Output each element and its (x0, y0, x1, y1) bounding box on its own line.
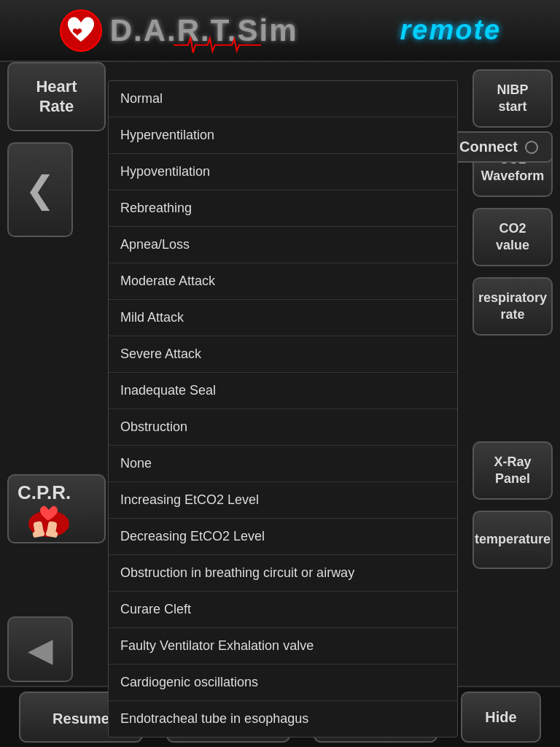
respiratory-rate-button[interactable]: respiratory rate (472, 277, 553, 336)
cpr-button[interactable]: C.P.R. (7, 474, 106, 543)
dropdown-menu: NormalHyperventilationHypoventilationReb… (108, 80, 458, 738)
heart-rate-label: Heart Rate (36, 77, 77, 116)
hide-label: Hide (485, 709, 516, 726)
temperature-label: temperature (475, 531, 551, 548)
co2-value-label: CO2 value (496, 220, 529, 255)
cpr-icon (12, 491, 85, 542)
dropdown-item[interactable]: Hyperventilation (109, 117, 457, 154)
back-button[interactable]: ◀ (7, 616, 73, 682)
dropdown-item[interactable]: Endotracheal tube in esophagus (109, 701, 457, 737)
respiratory-rate-label: respiratory rate (478, 290, 547, 324)
dropdown-item[interactable]: Faulty Ventilator Exhalation valve (109, 628, 457, 665)
xray-label: X-Ray Panel (494, 454, 531, 488)
left-panel: Heart Rate ❮ C.P.R. ◀ (0, 62, 113, 697)
nibp-label: NIBP start (497, 82, 528, 116)
app-header: ❤ D.A.R.T.Sim remote (0, 0, 560, 62)
chevron-left-icon: ❮ (25, 171, 55, 208)
resume-label: Resume (52, 711, 109, 727)
logo-remote-text: remote (400, 15, 501, 46)
hide-button[interactable]: Hide (461, 692, 541, 743)
connect-area: Connect (445, 131, 553, 163)
svg-text:❤: ❤ (72, 26, 82, 39)
heart-logo-icon: ❤ (59, 9, 103, 53)
dropdown-item[interactable]: Normal (109, 81, 457, 117)
main-area: Connect Heart Rate ❮ C.P.R. (0, 62, 560, 747)
dropdown-item[interactable]: Cardiogenic oscillations (109, 665, 457, 701)
dropdown-item[interactable]: Inadequate Seal (109, 373, 457, 409)
co2-value-button[interactable]: CO2 value (472, 208, 553, 266)
dropdown-item[interactable]: Moderate Attack (109, 263, 457, 300)
connect-button[interactable]: Connect (445, 131, 553, 163)
dropdown-item[interactable]: Apnea/Loss (109, 227, 457, 263)
dropdown-item[interactable]: Mild Attack (109, 300, 457, 336)
chevron-left-button[interactable]: ❮ (7, 142, 73, 237)
dropdown-item[interactable]: Increasing EtCO2 Level (109, 482, 457, 519)
dropdown-item[interactable]: Decreasing EtCO2 Level (109, 519, 457, 555)
xray-panel-button[interactable]: X-Ray Panel (472, 441, 553, 500)
nibp-start-button[interactable]: NIBP start (472, 69, 553, 128)
dropdown-item[interactable]: Obstruction (109, 409, 457, 446)
ecg-line-icon (174, 31, 261, 60)
connect-status-circle (525, 141, 538, 154)
back-arrow-icon: ◀ (28, 633, 53, 666)
heart-rate-button[interactable]: Heart Rate (7, 62, 106, 131)
dropdown-item[interactable]: None (109, 446, 457, 482)
app-logo: ❤ D.A.R.T.Sim remote (59, 9, 501, 53)
connect-label: Connect (459, 139, 518, 155)
dropdown-item[interactable]: Curare Cleft (109, 592, 457, 628)
dropdown-item[interactable]: Obstruction in breathing circuit or airw… (109, 555, 457, 592)
dropdown-item[interactable]: Hypoventilation (109, 154, 457, 190)
dropdown-item[interactable]: Rebreathing (109, 190, 457, 227)
temperature-button[interactable]: temperature (472, 511, 553, 569)
dropdown-item[interactable]: Severe Attack (109, 336, 457, 373)
